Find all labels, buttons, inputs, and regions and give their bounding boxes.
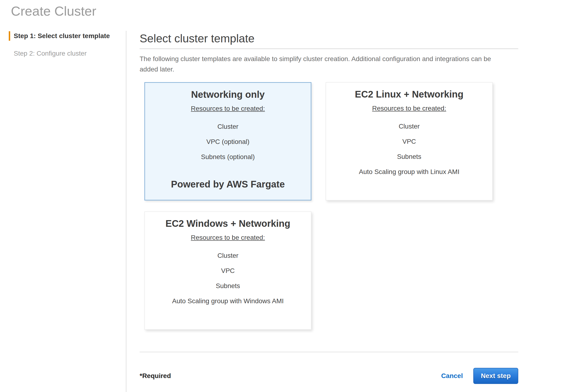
cancel-link[interactable]: Cancel: [441, 372, 463, 380]
section-heading: Select cluster template: [140, 32, 518, 45]
template-card-ec2-linux-networking[interactable]: EC2 Linux + Networking Resources to be c…: [326, 82, 493, 201]
card-resource-item: Subnets (optional): [201, 152, 255, 162]
card-resource-item: Subnets: [397, 152, 422, 162]
card-resource-item: Auto Scaling group with Linux AMI: [359, 167, 460, 177]
main-content: Select cluster template The following cl…: [126, 31, 576, 392]
card-resource-item: Auto Scaling group with Windows AMI: [172, 296, 284, 306]
active-step-indicator-bar: [9, 31, 10, 41]
required-note: *Required: [140, 372, 171, 380]
template-card-ec2-windows-networking[interactable]: EC2 Windows + Networking Resources to be…: [144, 211, 312, 330]
card-resources-label: Resources to be created:: [372, 103, 446, 113]
section-description: The following cluster templates are avai…: [140, 54, 510, 75]
step-2-configure-cluster: Step 2: Configure cluster: [9, 49, 126, 58]
card-resource-item: Cluster: [217, 251, 238, 261]
page-title: Create Cluster: [11, 4, 576, 18]
wizard-layout: Step 1: Select cluster template Step 2: …: [0, 31, 576, 392]
card-resource-item: VPC (optional): [206, 137, 249, 147]
card-resources-label: Resources to be created:: [191, 104, 265, 114]
card-footnote: Powered by AWS Fargate: [171, 179, 285, 190]
footer-divider: [140, 352, 518, 352]
card-title: Networking only: [191, 89, 264, 100]
footer-actions: *Required Cancel Next step: [140, 368, 518, 384]
heading-divider: [140, 49, 518, 49]
card-title: EC2 Linux + Networking: [355, 88, 463, 100]
card-resource-item: Cluster: [217, 122, 238, 132]
card-resource-item: Cluster: [399, 121, 420, 131]
card-resource-item: Subnets: [216, 281, 240, 291]
step-1-select-cluster-template[interactable]: Step 1: Select cluster template: [9, 31, 126, 41]
page-header: Create Cluster: [0, 0, 576, 31]
step-label: Step 2: Configure cluster: [14, 49, 86, 58]
template-card-networking-only[interactable]: Networking only Resources to be created:…: [144, 82, 312, 201]
card-resource-item: VPC: [402, 137, 416, 147]
step-label: Step 1: Select cluster template: [14, 31, 110, 41]
card-title: EC2 Windows + Networking: [165, 217, 290, 229]
card-resources-label: Resources to be created:: [191, 233, 265, 243]
card-resource-item: VPC: [221, 266, 235, 276]
wizard-steps-sidebar: Step 1: Select cluster template Step 2: …: [0, 31, 126, 392]
cluster-template-cards: Networking only Resources to be created:…: [144, 82, 518, 330]
step-indicator-bar: [9, 49, 10, 58]
next-step-button[interactable]: Next step: [473, 368, 518, 384]
